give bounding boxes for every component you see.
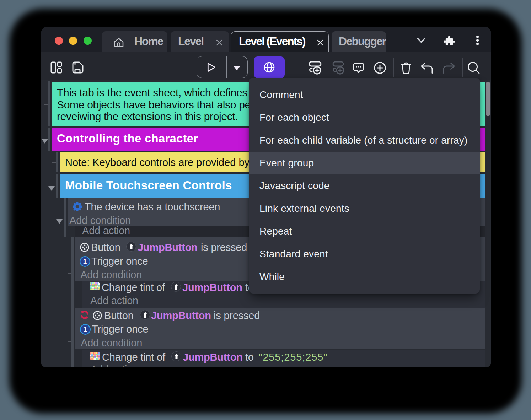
svg-text:1: 1 xyxy=(83,258,87,265)
svg-text:1: 1 xyxy=(84,325,87,333)
